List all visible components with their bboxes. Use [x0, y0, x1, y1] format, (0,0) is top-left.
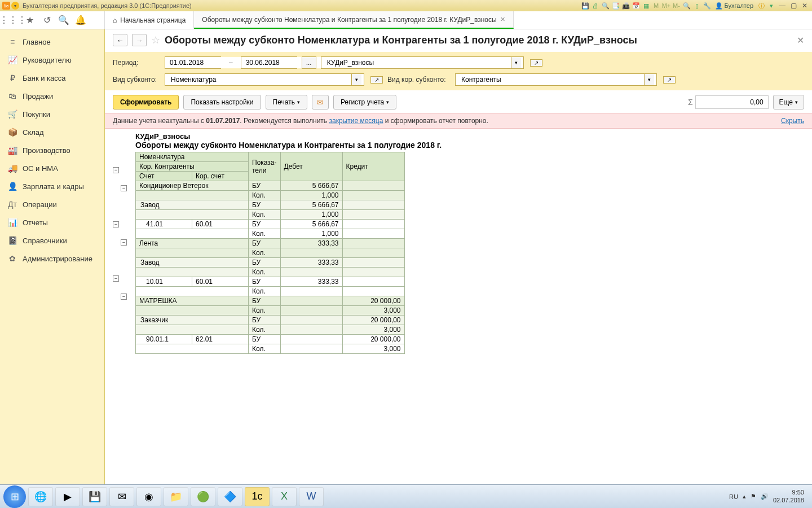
- tools-icon[interactable]: 🔧: [703, 1, 712, 10]
- warning-text: Данные учета неактуальны с 01.07.2017. Р…: [113, 117, 488, 125]
- forward-button[interactable]: →: [132, 34, 147, 46]
- calc-icon[interactable]: 📠: [621, 1, 630, 10]
- show-settings-button[interactable]: Показать настройки: [183, 95, 261, 110]
- dropdown-icon[interactable]: ▾: [11, 2, 19, 10]
- app-title: Бухгалтерия предприятия, редакция 3.0 (1…: [23, 2, 192, 9]
- back-button[interactable]: ←: [113, 34, 127, 46]
- task-app2-icon[interactable]: 🔷: [218, 487, 242, 506]
- sidebar-icon: 📊: [8, 218, 17, 227]
- sidebar-icon: ≡: [8, 37, 17, 46]
- memory-m-icon[interactable]: M: [652, 1, 661, 10]
- subkonto-label: Вид субконто:: [113, 76, 160, 84]
- kor-subkonto-select[interactable]: ▾: [455, 73, 657, 86]
- subkonto-open-icon[interactable]: ↗: [370, 76, 383, 84]
- sidebar-icon: 📈: [8, 55, 17, 64]
- date-to-input[interactable]: 📅: [241, 56, 297, 69]
- sidebar-item-6[interactable]: 🏭Производство: [0, 141, 104, 159]
- sidebar-item-label: Администрирование: [23, 255, 92, 263]
- tray-clock[interactable]: 9:50 02.07.2018: [773, 489, 809, 503]
- page-header: ← → ☆ Обороты между субконто Номенклатур…: [105, 29, 812, 52]
- grid-icon[interactable]: ▦: [642, 1, 651, 10]
- form-button[interactable]: Сформировать: [113, 95, 179, 110]
- sidebar-item-4[interactable]: 🛒Покупки: [0, 105, 104, 123]
- sidebar-item-7[interactable]: 🚚ОС и НМА: [0, 159, 104, 177]
- subkonto-select[interactable]: ▾: [165, 73, 364, 86]
- hide-warning-link[interactable]: Скрыть: [781, 117, 804, 125]
- calendar-icon[interactable]: 📅: [632, 1, 641, 10]
- user-label[interactable]: 👤 Бухгалтер: [713, 2, 756, 10]
- period-pick-button[interactable]: ...: [302, 56, 316, 69]
- memory-mminus-icon[interactable]: M-: [672, 1, 681, 10]
- tree-collapse-icon[interactable]: −: [121, 185, 127, 191]
- minimize-button[interactable]: —: [777, 2, 787, 10]
- sidebar-item-11[interactable]: 📓Справочники: [0, 231, 104, 249]
- sidebar-item-3[interactable]: 🛍Продажи: [0, 87, 104, 105]
- close-month-link[interactable]: закрытие месяца: [329, 117, 383, 125]
- print-icon[interactable]: 🖨: [591, 1, 600, 10]
- tree-collapse-icon[interactable]: −: [113, 167, 119, 173]
- kor-subkonto-open-icon[interactable]: ↗: [663, 76, 676, 84]
- task-app1-icon[interactable]: 🟢: [191, 487, 215, 506]
- bell-icon[interactable]: 🔔: [76, 15, 86, 25]
- help-dropdown-icon[interactable]: ▾: [767, 1, 776, 10]
- task-media-icon[interactable]: ▶: [55, 487, 80, 506]
- sidebar-item-2[interactable]: ₽Банк и касса: [0, 69, 104, 87]
- date-from-input[interactable]: 📅: [165, 56, 221, 69]
- register-button[interactable]: Регистр учета ▾: [333, 95, 396, 110]
- sidebar-item-label: Продажи: [23, 92, 53, 100]
- tray-lang[interactable]: RU: [729, 493, 738, 500]
- tab-report[interactable]: Обороты между субконто Номенклатура и Ко…: [194, 11, 513, 29]
- task-save-icon[interactable]: 💾: [82, 487, 107, 506]
- kor-subkonto-dropdown-icon[interactable]: ▾: [644, 74, 654, 85]
- panels-icon[interactable]: ▯: [692, 1, 701, 10]
- org-select[interactable]: ▾: [321, 56, 524, 69]
- task-mail-icon[interactable]: ✉: [109, 487, 134, 506]
- save-icon[interactable]: 💾: [581, 1, 590, 10]
- preview-icon[interactable]: 🔍: [601, 1, 610, 10]
- memory-mplus-icon[interactable]: M+: [662, 1, 671, 10]
- tree-collapse-icon[interactable]: −: [121, 294, 127, 300]
- tray-sound-icon[interactable]: 🔊: [761, 493, 769, 500]
- apps-icon[interactable]: ⋮⋮⋮: [8, 15, 18, 25]
- tray-flag2-icon[interactable]: ⚑: [751, 493, 756, 500]
- task-1c-icon[interactable]: 1c: [245, 487, 270, 506]
- subkonto-dropdown-icon[interactable]: ▾: [351, 74, 361, 85]
- sidebar-item-0[interactable]: ≡Главное: [0, 33, 104, 51]
- print-button[interactable]: Печать ▾: [266, 95, 307, 110]
- maximize-button[interactable]: ▢: [788, 2, 798, 10]
- compare-icon[interactable]: 📑: [611, 1, 620, 10]
- sidebar-item-label: Справочники: [23, 237, 67, 245]
- favorite-star-icon[interactable]: ☆: [151, 34, 160, 46]
- task-excel-icon[interactable]: X: [272, 487, 297, 506]
- tree-collapse-icon[interactable]: −: [113, 221, 119, 227]
- zoom-icon[interactable]: 🔍: [682, 1, 691, 10]
- help-icon[interactable]: ⓘ: [757, 1, 766, 10]
- toolbar-row: ⋮⋮⋮ ★ ↺ 🔍 🔔 ⌂ Начальная страница Обороты…: [0, 11, 812, 29]
- org-open-icon[interactable]: ↗: [530, 59, 542, 67]
- page-close-icon[interactable]: ✕: [797, 35, 804, 46]
- tray-flag-icon[interactable]: ▴: [743, 493, 746, 500]
- sidebar-item-12[interactable]: ✿Администрирование: [0, 249, 104, 268]
- star-icon[interactable]: ★: [25, 15, 35, 25]
- tree-collapse-icon[interactable]: −: [113, 275, 119, 282]
- start-button[interactable]: ⊞: [3, 485, 26, 508]
- search-icon[interactable]: 🔍: [59, 15, 69, 25]
- tree-collapse-icon[interactable]: −: [121, 239, 127, 246]
- org-dropdown-icon[interactable]: ▾: [511, 57, 521, 68]
- sidebar-item-10[interactable]: 📊Отчеты: [0, 213, 104, 231]
- task-explorer-icon[interactable]: 📁: [164, 487, 188, 506]
- tab-home[interactable]: ⌂ Начальная страница: [105, 11, 194, 29]
- tab-close-icon[interactable]: ✕: [500, 16, 505, 23]
- email-button[interactable]: ✉: [312, 95, 329, 110]
- close-button[interactable]: ✕: [800, 2, 810, 10]
- kor-subkonto-label: Вид кор. субконто:: [387, 76, 451, 84]
- sidebar-item-8[interactable]: 👤Зарплата и кадры: [0, 177, 104, 195]
- sidebar-item-1[interactable]: 📈Руководителю: [0, 51, 104, 69]
- sidebar-item-5[interactable]: 📦Склад: [0, 123, 104, 141]
- task-ie-icon[interactable]: 🌐: [28, 487, 53, 506]
- more-button[interactable]: Еще ▾: [773, 95, 804, 110]
- sidebar-item-9[interactable]: ДтОперации: [0, 195, 104, 213]
- history-icon[interactable]: ↺: [42, 15, 52, 25]
- task-word-icon[interactable]: W: [299, 487, 324, 506]
- task-chrome-icon[interactable]: ◉: [136, 487, 161, 506]
